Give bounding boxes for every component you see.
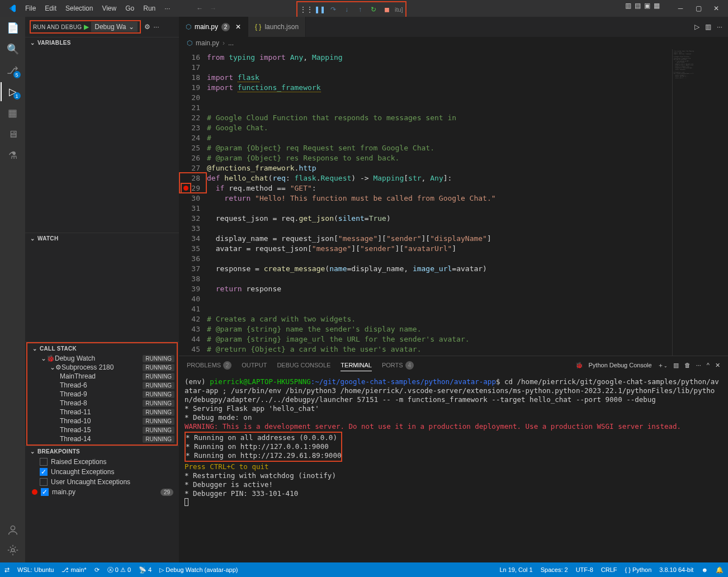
menu-item[interactable]: Run <box>139 2 159 15</box>
more-icon[interactable]: ··· <box>717 23 722 31</box>
callstack-row[interactable]: Thread-10RUNNING <box>27 417 177 425</box>
panel-tab[interactable]: OUTPUT <box>242 360 267 371</box>
callstack-row[interactable]: Thread-11RUNNING <box>27 408 177 417</box>
layout-icon[interactable]: ▣ <box>644 2 650 15</box>
extensions-icon[interactable]: ▦ <box>6 106 20 120</box>
more-icon[interactable]: ··· <box>696 362 701 368</box>
testing-icon[interactable]: ⚗ <box>6 149 20 162</box>
panel-tab[interactable]: PROBLEMS2 <box>187 359 231 372</box>
checkbox[interactable]: ✓ <box>41 488 49 496</box>
nav-back-icon[interactable]: ← <box>196 4 203 12</box>
feedback-icon[interactable]: ☻ <box>701 566 708 573</box>
breakpoints-section[interactable]: ⌄BREAKPOINTS <box>25 446 179 457</box>
variables-section[interactable]: ⌄VARIABLES <box>25 37 179 48</box>
layout-icon[interactable]: ▥ <box>625 2 631 15</box>
close-panel-icon[interactable]: ✕ <box>715 362 720 369</box>
checkbox[interactable]: ✓ <box>40 468 48 476</box>
run-debug-icon[interactable]: ▷1 <box>6 85 20 98</box>
callstack-row[interactable]: Thread-14RUNNING <box>27 434 177 443</box>
breakpoint-dot-icon <box>32 489 37 495</box>
search-icon[interactable]: 🔍 <box>6 42 20 56</box>
cursor-pos[interactable]: Ln 19, Col 1 <box>499 566 532 573</box>
remote-explorer-icon[interactable]: 🖥 <box>6 127 20 141</box>
remote-icon[interactable]: ⇄ <box>4 566 10 574</box>
interpreter[interactable]: 3.8.10 64-bit <box>659 566 693 573</box>
breakpoint-option[interactable]: Raised Exceptions <box>25 457 179 467</box>
source-control-icon[interactable]: ⎇5 <box>6 64 20 77</box>
accounts-icon[interactable] <box>6 523 20 537</box>
watch-section[interactable]: ⌄WATCH <box>25 233 179 244</box>
restart-icon[interactable]: ↻ <box>367 3 380 16</box>
callstack-row[interactable]: ⌄ ⚙ Subprocess 2180RUNNING <box>27 363 177 372</box>
breakpoint-option[interactable]: ✓Uncaught Exceptions <box>25 467 179 477</box>
layout-icon[interactable]: ▤ <box>635 2 641 15</box>
editor-tab[interactable]: { }launch.json <box>248 17 306 37</box>
branch-icon[interactable]: ⎇ main* <box>62 566 86 574</box>
menu-item[interactable]: Edit <box>41 2 60 15</box>
breadcrumb[interactable]: ⬡ main.py › ... <box>179 37 728 49</box>
menu-item[interactable]: Selection <box>62 2 97 15</box>
callstack-section[interactable]: ⌄CALL STACK <box>27 343 177 354</box>
ports[interactable]: 📡 4 <box>139 566 152 574</box>
menu-item[interactable]: ··· <box>160 2 174 15</box>
menu-item[interactable]: View <box>98 2 120 15</box>
encoding[interactable]: UTF-8 <box>576 566 593 573</box>
split-terminal-icon[interactable]: ▥ <box>673 362 679 369</box>
more-icon[interactable]: ··· <box>154 23 159 31</box>
add-terminal-icon[interactable]: ＋⌄ <box>658 361 668 370</box>
layout-icon[interactable]: ▦ <box>654 2 660 15</box>
title-fragment: itu] <box>395 6 403 13</box>
nav-fwd-icon[interactable]: → <box>210 4 216 12</box>
pause-icon[interactable]: ❚❚ <box>313 3 327 16</box>
checkbox[interactable] <box>40 478 48 486</box>
callstack-row[interactable]: Thread-15RUNNING <box>27 425 177 434</box>
code-editor[interactable]: from typing import Any, Mapping import f… <box>207 49 672 356</box>
callstack-row[interactable]: Thread-6RUNNING <box>27 381 177 390</box>
chevron-down-icon: ⌄ <box>129 23 134 31</box>
panel-tab[interactable]: PORTS4 <box>382 359 414 372</box>
breakpoint-option[interactable]: User Uncaught Exceptions <box>25 477 179 487</box>
callstack-row[interactable]: Thread-9RUNNING <box>27 390 177 399</box>
explorer-icon[interactable]: 📄 <box>6 21 20 35</box>
terminal[interactable]: (env) pierrick@LAPTOP-HKU5PNNG:~/git/goo… <box>179 374 728 562</box>
errors[interactable]: ⓧ 0 ⚠ 0 <box>107 566 131 574</box>
debug-config-select[interactable]: Debug Wa ⌄ <box>91 22 137 32</box>
step-into-icon[interactable]: ↓ <box>340 3 353 16</box>
maximize-icon[interactable]: ▢ <box>690 2 707 15</box>
maximize-panel-icon[interactable]: ^ <box>707 362 710 368</box>
start-debug-icon[interactable]: ▶ <box>84 23 89 31</box>
step-out-icon[interactable]: ↑ <box>353 3 367 16</box>
trash-icon[interactable]: 🗑 <box>684 362 691 368</box>
menu-item[interactable]: File <box>21 2 40 15</box>
breakpoint-file[interactable]: ✓ main.py 29 <box>25 487 179 497</box>
breakpoint-gutter[interactable] <box>179 49 189 356</box>
close-tab-icon[interactable]: ✕ <box>235 23 241 31</box>
run-icon[interactable]: ▷ <box>694 23 699 31</box>
checkbox[interactable] <box>40 458 48 466</box>
drag-handle-icon[interactable]: ⋮⋮ <box>300 3 313 16</box>
indent[interactable]: Spaces: 2 <box>541 566 568 573</box>
callstack-row[interactable]: Thread-8RUNNING <box>27 399 177 408</box>
callstack-row[interactable]: ⌄ 🐞 Debug WatchRUNNING <box>27 354 177 363</box>
remote-label[interactable]: WSL: Ubuntu <box>17 566 54 573</box>
menu-item[interactable]: Go <box>121 2 138 15</box>
split-icon[interactable]: ▥ <box>705 23 711 31</box>
settings-icon[interactable] <box>6 543 20 557</box>
eol[interactable]: CRLF <box>601 566 617 573</box>
minimize-icon[interactable]: ─ <box>672 2 689 15</box>
callstack-row[interactable]: MainThreadRUNNING <box>27 372 177 381</box>
gear-icon[interactable]: ⚙ <box>144 23 150 31</box>
stop-icon[interactable]: ◼ <box>380 3 394 16</box>
close-icon[interactable]: ✕ <box>708 2 725 15</box>
bell-icon[interactable]: 🔔 <box>716 566 724 574</box>
minimap[interactable]: from typing import Any Mapping import fl… <box>672 49 728 356</box>
lang[interactable]: { } Python <box>625 566 652 573</box>
editor-tab[interactable]: ⬡main.py2✕ <box>179 17 248 37</box>
panel-tab[interactable]: DEBUG CONSOLE <box>277 360 330 371</box>
step-over-icon[interactable]: ↷ <box>327 3 340 16</box>
sync-icon[interactable]: ⟳ <box>94 566 100 574</box>
panel-tab[interactable]: TERMINAL <box>341 360 372 371</box>
terminal-selector[interactable]: Python Debug Console <box>589 362 652 368</box>
breakpoint-marker[interactable] <box>181 183 191 193</box>
debug-status[interactable]: ▷ Debug Watch (avatar-app) <box>159 566 238 574</box>
